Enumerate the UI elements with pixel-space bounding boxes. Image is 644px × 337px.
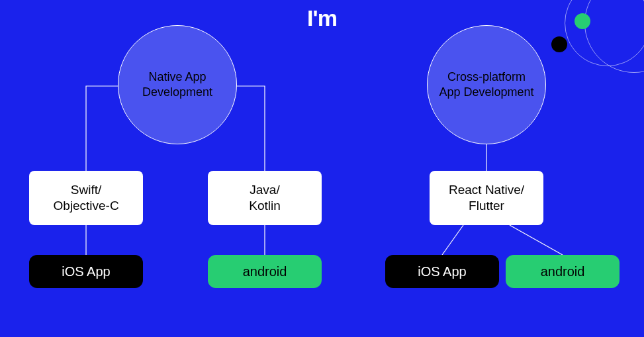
swift-objc-node: Swift/Objective-C [29,171,143,225]
brand-logo: I'm [307,5,337,31]
ios-app-pill-left: iOS App [29,255,143,288]
java-kotlin-node: Java/Kotlin [208,171,322,225]
pill-label: android [541,264,585,279]
native-app-dev-node: Native AppDevelopment [118,25,237,144]
node-label: Swift/Objective-C [53,182,118,214]
node-label: Java/Kotlin [249,182,281,214]
pill-label: iOS App [62,264,110,279]
node-label: Native AppDevelopment [142,70,212,101]
pill-label: iOS App [418,264,466,279]
node-label: Cross-platformApp Development [439,70,533,101]
ios-app-pill-right: iOS App [385,255,499,288]
android-pill-left: android [208,255,322,288]
node-label: React Native/Flutter [449,182,524,214]
react-native-flutter-node: React Native/Flutter [430,171,543,225]
android-pill-right: android [506,255,620,288]
pill-label: android [243,264,287,279]
decorative-circles [558,0,644,93]
cross-platform-dev-node: Cross-platformApp Development [427,25,546,144]
